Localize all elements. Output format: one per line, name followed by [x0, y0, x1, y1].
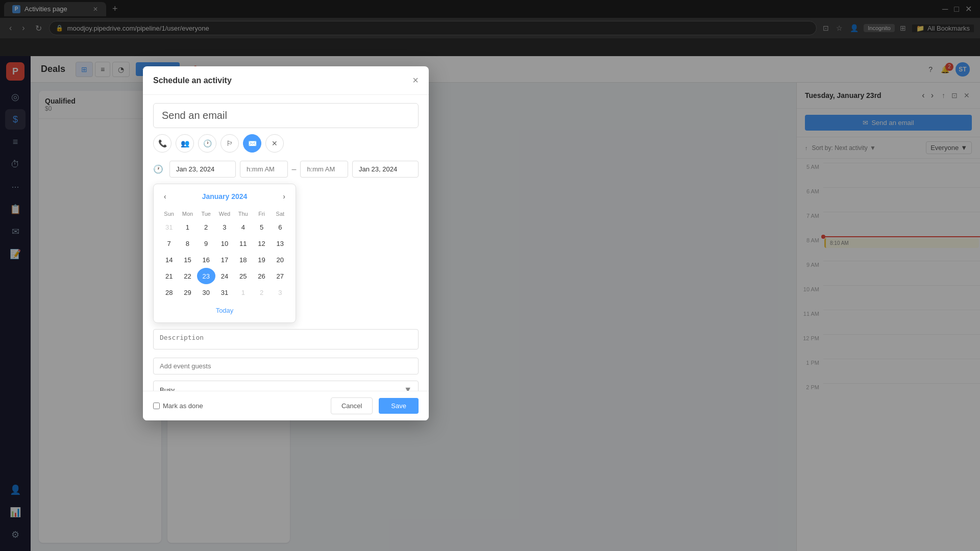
end-date-input[interactable] [352, 161, 419, 178]
cal-grid: Sun Mon Tue Wed Thu Fri Sat 31 1 [160, 209, 289, 300]
modal-title: Schedule an activity [153, 76, 232, 85]
cal-day-18[interactable]: 18 [234, 252, 252, 268]
cal-day-31-prev[interactable]: 31 [160, 219, 178, 235]
cal-header-thu: Thu [234, 209, 252, 219]
cal-day-2[interactable]: 2 [197, 219, 215, 235]
date-row: 🕐 – [153, 161, 419, 178]
busy-chevron-icon: ▼ [404, 385, 412, 391]
calendar-popup: ‹ January 2024 › Sun Mon Tue Wed Thu Fri [153, 184, 296, 323]
clock-icon: 🕐 [153, 164, 163, 174]
cal-header-sun: Sun [160, 209, 178, 219]
type-deadline-button[interactable]: 🕐 [198, 134, 216, 153]
cal-week-4: 21 22 23 24 25 26 27 [160, 268, 289, 284]
cal-header: ‹ January 2024 › [160, 190, 289, 203]
type-email-button[interactable]: ✉️ [243, 134, 261, 153]
modal-close-button[interactable]: × [412, 74, 419, 86]
cal-day-1-next[interactable]: 1 [234, 284, 252, 300]
modal-overlay: Schedule an activity × 📞 👥 🕐 🏳 ✉️ ✕ 🕐 – [0, 0, 980, 551]
cancel-button[interactable]: Cancel [331, 397, 373, 414]
cal-header-wed: Wed [215, 209, 234, 219]
cal-next-button[interactable]: › [279, 190, 289, 203]
cal-day-26[interactable]: 26 [252, 268, 271, 284]
cal-day-12[interactable]: 12 [252, 235, 271, 252]
modal-header: Schedule an activity × [143, 66, 429, 95]
date-separator: – [292, 165, 297, 174]
cal-day-13[interactable]: 13 [271, 235, 289, 252]
cal-day-6[interactable]: 6 [271, 219, 289, 235]
modal-body: 📞 👥 🕐 🏳 ✉️ ✕ 🕐 – ‹ January 202 [143, 95, 429, 391]
description-field [153, 329, 419, 352]
type-meeting-button[interactable]: 👥 [176, 134, 194, 153]
guests-field [153, 358, 419, 374]
cal-month-label: January 2024 [202, 192, 248, 201]
cal-day-15[interactable]: 15 [178, 252, 197, 268]
cal-day-24[interactable]: 24 [215, 268, 234, 284]
cal-day-3[interactable]: 3 [215, 219, 234, 235]
cal-day-1[interactable]: 1 [178, 219, 197, 235]
activity-type-bar: 📞 👥 🕐 🏳 ✉️ ✕ [153, 134, 419, 153]
cal-day-29[interactable]: 29 [178, 284, 197, 300]
cal-day-20[interactable]: 20 [271, 252, 289, 268]
mark-done-label[interactable]: Mark as done [153, 402, 203, 410]
end-time-input[interactable] [300, 161, 348, 178]
cal-day-31[interactable]: 31 [215, 284, 234, 300]
cal-day-27[interactable]: 27 [271, 268, 289, 284]
cal-header-fri: Fri [252, 209, 271, 219]
cal-day-9[interactable]: 9 [197, 235, 215, 252]
busy-label: Busy [160, 386, 175, 391]
cal-week-3: 14 15 16 17 18 19 20 [160, 252, 289, 268]
cal-day-19[interactable]: 19 [252, 252, 271, 268]
cal-day-30[interactable]: 30 [197, 284, 215, 300]
cal-day-2-next[interactable]: 2 [252, 284, 271, 300]
cal-day-7[interactable]: 7 [160, 235, 178, 252]
cal-day-22[interactable]: 22 [178, 268, 197, 284]
cal-day-21[interactable]: 21 [160, 268, 178, 284]
start-date-input[interactable] [169, 161, 236, 178]
cal-day-headers: Sun Mon Tue Wed Thu Fri Sat [160, 209, 289, 219]
cal-header-sat: Sat [271, 209, 289, 219]
description-input[interactable] [153, 329, 419, 349]
cal-header-tue: Tue [197, 209, 215, 219]
cal-header-mon: Mon [178, 209, 197, 219]
mark-done-checkbox[interactable] [153, 403, 160, 409]
activity-title-input[interactable] [153, 103, 419, 128]
cal-day-14[interactable]: 14 [160, 252, 178, 268]
type-cancel-button[interactable]: ✕ [265, 134, 284, 153]
cal-week-5: 28 29 30 31 1 2 3 [160, 284, 289, 300]
mark-done-text: Mark as done [163, 402, 203, 410]
cal-day-8[interactable]: 8 [178, 235, 197, 252]
cal-day-28[interactable]: 28 [160, 284, 178, 300]
cal-day-25[interactable]: 25 [234, 268, 252, 284]
cal-day-11[interactable]: 11 [234, 235, 252, 252]
cal-day-10[interactable]: 10 [215, 235, 234, 252]
schedule-activity-modal: Schedule an activity × 📞 👥 🕐 🏳 ✉️ ✕ 🕐 – [143, 66, 429, 420]
cal-day-3-next[interactable]: 3 [271, 284, 289, 300]
cal-footer: Today [160, 305, 289, 316]
start-time-input[interactable] [240, 161, 288, 178]
cal-day-5[interactable]: 5 [252, 219, 271, 235]
cal-week-2: 7 8 9 10 11 12 13 [160, 235, 289, 252]
cal-day-16[interactable]: 16 [197, 252, 215, 268]
cal-day-23-selected[interactable]: 23 [197, 268, 215, 284]
cal-week-1: 31 1 2 3 4 5 6 [160, 219, 289, 235]
busy-field: Busy ▼ [153, 381, 419, 391]
cal-day-4[interactable]: 4 [234, 219, 252, 235]
save-button[interactable]: Save [379, 398, 419, 414]
today-button[interactable]: Today [212, 305, 238, 316]
modal-footer: Mark as done Cancel Save [143, 391, 429, 420]
type-flag-button[interactable]: 🏳 [220, 134, 239, 153]
type-call-button[interactable]: 📞 [153, 134, 172, 153]
cal-day-17[interactable]: 17 [215, 252, 234, 268]
guests-input[interactable] [153, 358, 419, 374]
cal-prev-button[interactable]: ‹ [160, 190, 170, 203]
